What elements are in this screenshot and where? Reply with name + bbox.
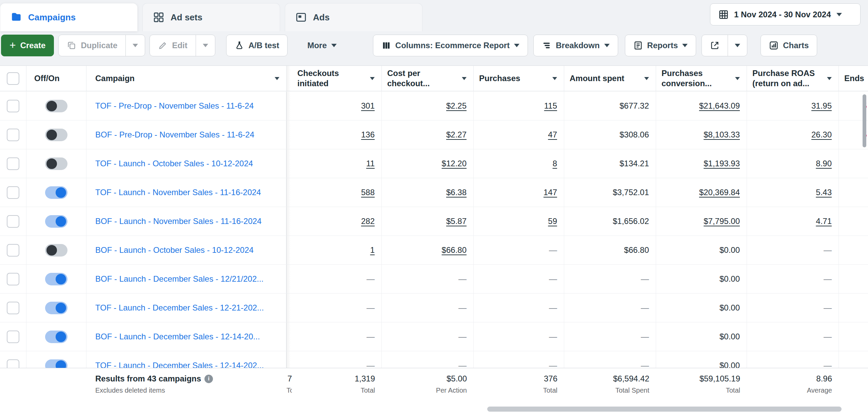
select-all-checkbox[interactable] [7, 72, 19, 85]
metric-value[interactable]: 282 [361, 217, 375, 226]
metric-value[interactable]: 136 [361, 130, 375, 139]
campaign-name-link[interactable]: BOF - Launch - December Sales - 12/21/20… [95, 274, 263, 284]
metric-value[interactable]: $8,103.33 [704, 130, 740, 139]
charts-button[interactable]: Charts [761, 35, 817, 56]
row-checkbox[interactable] [7, 157, 19, 170]
metric-value[interactable]: 5.43 [816, 188, 832, 197]
table-body: TOF - Pre-Drop - November Sales - 11-6-2… [0, 92, 868, 413]
summary-right-spacer [839, 374, 868, 413]
campaign-name-link[interactable]: BOF - Launch - November Sales - 11-16-20… [95, 217, 261, 226]
metric-value[interactable]: 47 [548, 130, 557, 139]
metric-cell: $0.00 [656, 294, 747, 322]
campaign-name-link[interactable]: TOF - Launch - October Sales - 10-12-202… [95, 159, 253, 168]
export-button[interactable] [702, 35, 728, 56]
export-dropdown-button[interactable] [728, 35, 747, 56]
campaign-name-link[interactable]: TOF - Launch - December Sales - 12-21-20… [95, 303, 264, 313]
metric-value[interactable]: 301 [361, 101, 375, 111]
header-purchases-conversion[interactable]: Purchases conversion... [656, 66, 747, 91]
campaign-toggle[interactable] [45, 129, 67, 141]
campaign-toggle[interactable] [45, 186, 67, 199]
metric-value[interactable]: $12.20 [442, 159, 467, 168]
campaign-toggle[interactable] [45, 273, 67, 285]
metric-value[interactable]: $66.80 [442, 245, 467, 255]
edit-button[interactable]: Edit [150, 35, 196, 56]
metric-value[interactable]: 59 [548, 217, 557, 226]
metric-value: — [549, 303, 557, 313]
row-checkbox[interactable] [7, 331, 19, 343]
campaign-toggle[interactable] [45, 215, 67, 228]
metric-value[interactable]: $2.25 [446, 101, 467, 111]
row-checkbox[interactable] [7, 215, 19, 228]
campaign-toggle[interactable] [45, 244, 67, 257]
metric-value[interactable]: 4.71 [816, 217, 832, 226]
header-campaign[interactable]: Campaign [86, 66, 287, 91]
horizontal-scrollbar-thumb[interactable] [487, 407, 842, 412]
more-label: More [307, 41, 327, 50]
row-checkbox[interactable] [7, 129, 19, 141]
metric-value[interactable]: 11 [366, 159, 375, 168]
create-button[interactable]: + Create [1, 35, 54, 56]
select-all-cell [0, 66, 26, 91]
campaign-toggle[interactable] [45, 302, 67, 314]
row-checkbox[interactable] [7, 273, 19, 285]
campaign-name-link[interactable]: BOF - Pre-Drop - November Sales - 11-6-2… [95, 130, 254, 139]
info-icon[interactable]: i [204, 375, 213, 383]
vertical-scrollbar-thumb[interactable] [863, 94, 866, 147]
duplicate-button[interactable]: Duplicate [58, 35, 126, 56]
campaign-name-link[interactable]: TOF - Launch - November Sales - 11-16-20… [95, 188, 261, 197]
footer-total-label: Total [292, 387, 375, 394]
campaign-name-link[interactable]: BOF - Launch - October Sales - 10-12-202… [95, 245, 254, 255]
campaign-name-link[interactable]: BOF - Launch - December Sales - 12-14-20… [95, 332, 260, 341]
campaign-toggle[interactable] [45, 331, 67, 343]
tab-ads[interactable]: Ads [285, 3, 422, 31]
campaign-toggle[interactable] [45, 157, 67, 170]
header-amount-spent[interactable]: Amount spent [564, 66, 656, 91]
metric-cell: — [474, 294, 564, 322]
row-checkbox[interactable] [7, 186, 19, 199]
metric-value[interactable]: $20,369.84 [699, 188, 740, 197]
duplicate-dropdown-button[interactable] [125, 35, 145, 56]
campaign-name-link[interactable]: TOF - Pre-Drop - November Sales - 11-6-2… [95, 101, 254, 111]
campaign-toggle[interactable] [45, 100, 67, 112]
ab-test-button[interactable]: A/B test [226, 35, 288, 56]
edit-dropdown-button[interactable] [196, 35, 215, 56]
toolbar: + Create Duplicate Edit A/B test More [1, 34, 868, 57]
row-checkbox[interactable] [7, 100, 19, 112]
row-checkbox[interactable] [7, 244, 19, 257]
metric-value[interactable]: 31.95 [811, 101, 832, 111]
metric-value[interactable]: $7,795.00 [704, 217, 740, 226]
metric-value[interactable]: 8.90 [816, 159, 832, 168]
metric-value[interactable]: 588 [361, 188, 375, 197]
row-checkbox[interactable] [7, 302, 19, 314]
metric-value[interactable]: $6.38 [446, 188, 467, 197]
header-ends[interactable]: Ends [839, 66, 868, 91]
metric-value[interactable]: 147 [544, 188, 557, 197]
metric-value[interactable]: 26.30 [811, 130, 832, 139]
breakdown-button[interactable]: Breakdown [533, 35, 618, 56]
header-purchases[interactable]: Purchases [474, 66, 564, 91]
ad-sets-grid-icon [153, 12, 164, 23]
tab-ad-sets[interactable]: Ad sets [142, 3, 280, 31]
metric-value[interactable]: 1 [370, 245, 375, 255]
metric-value[interactable]: $1,193.93 [704, 159, 740, 168]
metric-value[interactable]: $5.87 [446, 217, 467, 226]
metric-value[interactable]: 8 [553, 159, 557, 168]
more-button[interactable]: More [299, 35, 345, 56]
campaigns-folder-icon [11, 12, 22, 23]
bar-chart-icon [769, 41, 778, 50]
metric-value[interactable]: $2.27 [446, 130, 467, 139]
header-checkouts-initiated[interactable]: Checkouts initiated [292, 66, 382, 91]
tab-campaigns[interactable]: Campaigns [0, 3, 138, 31]
reports-button[interactable]: Reports [625, 35, 696, 56]
date-range-picker[interactable]: 1 Nov 2024 - 30 Nov 2024 [710, 3, 861, 25]
metric-value: — [641, 332, 649, 341]
header-cost-per-checkout[interactable]: Cost per checkout... [382, 66, 474, 91]
toggle-knob [56, 187, 66, 198]
metric-cell: $20,369.84 [656, 178, 747, 207]
metric-value[interactable]: $21,643.09 [699, 101, 740, 111]
columns-button[interactable]: Columns: Ecommerce Report [373, 35, 528, 56]
metric-cell: 31.95 [747, 92, 839, 120]
chevron-down-icon [836, 13, 842, 16]
metric-value[interactable]: 115 [544, 101, 557, 111]
header-purchase-roas[interactable]: Purchase ROAS (return on ad... [747, 66, 839, 91]
